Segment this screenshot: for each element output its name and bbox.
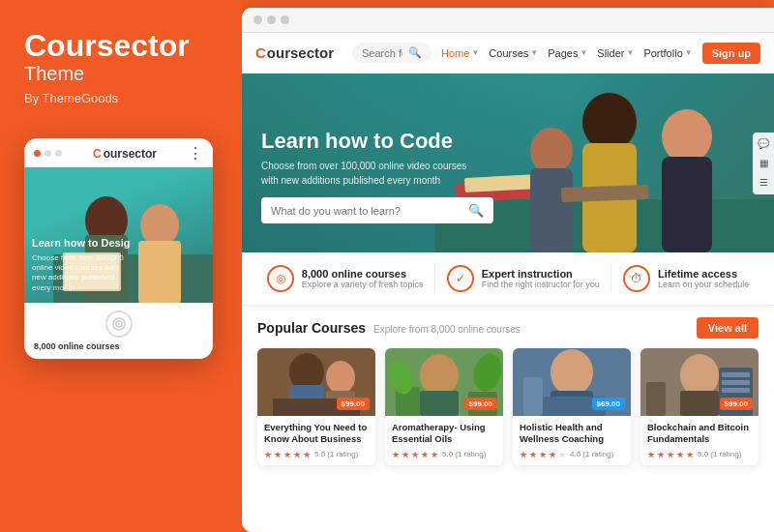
- stat-instruction-title: Expert instruction: [482, 268, 600, 280]
- hero-sidebar-icons: 💬 ▦ ☰: [753, 133, 774, 194]
- nav-link-home[interactable]: Home ▼: [441, 47, 479, 59]
- svg-point-34: [551, 349, 593, 396]
- star-2: ★: [657, 450, 665, 459]
- star-3: ★: [283, 450, 291, 459]
- nav-link-pages[interactable]: Pages ▼: [548, 47, 587, 59]
- brand-by: By ThemeGoods: [24, 91, 218, 105]
- hero-search-icon[interactable]: 🔍: [468, 203, 484, 218]
- course-info-3: Holistic Health and Wellness Coaching ★ …: [513, 416, 631, 465]
- hero-title: Learn how to Code: [261, 129, 493, 154]
- nav-link-portfolio[interactable]: Portfolio ▼: [643, 47, 692, 59]
- slider-arrow-icon: ▼: [626, 48, 634, 57]
- mobile-hero-subtitle: Choose from over 100,000 online video co…: [32, 253, 129, 294]
- mobile-logo: C oursector: [93, 147, 157, 161]
- view-all-button[interactable]: View all: [697, 317, 759, 339]
- home-arrow-icon: ▼: [471, 48, 479, 57]
- stat-instruction-text: Expert instruction Find the right instru…: [482, 268, 600, 289]
- star-2: ★: [529, 450, 537, 459]
- stat-courses-text: 8,000 online courses Explore a variety o…: [302, 268, 424, 289]
- svg-rect-18: [530, 168, 573, 252]
- browser-dots: [253, 15, 289, 24]
- popular-courses-section: Popular Courses Explore from 8,000 onlin…: [242, 306, 774, 532]
- course-info-4: Blockchain and Bitcoin Fundamentals ★ ★ …: [640, 416, 759, 465]
- mobile-hero: Learn how to Desig Choose from over 100,…: [24, 167, 213, 303]
- sidebar-icon-menu[interactable]: ☰: [756, 175, 771, 191]
- star-1: ★: [647, 450, 655, 459]
- stats-bar: ◎ 8,000 online courses Explore a variety…: [242, 252, 774, 306]
- svg-point-3: [140, 204, 179, 247]
- browser-dot-3: [281, 15, 289, 24]
- star-5: ★: [303, 450, 311, 459]
- course-card-1[interactable]: $99.00 Everything You Need to Know About…: [257, 348, 375, 465]
- instruction-icon: ✓: [447, 265, 474, 292]
- course-price-3: $69.00: [592, 398, 625, 410]
- svg-rect-4: [138, 241, 181, 303]
- svg-rect-37: [523, 377, 543, 416]
- svg-rect-44: [722, 388, 750, 393]
- browser-chrome: [242, 8, 774, 33]
- courses-icon: ◎: [267, 265, 294, 292]
- nav-logo-text: oursector: [267, 44, 334, 61]
- course-info-1: Everything You Need to Know About Busine…: [257, 416, 375, 465]
- sidebar-icon-grid[interactable]: ▦: [756, 156, 771, 171]
- nav-search[interactable]: 🔍: [352, 43, 432, 63]
- star-2: ★: [274, 450, 282, 459]
- mobile-dot-2: [45, 150, 51, 157]
- course-card-3[interactable]: $69.00 Holistic Health and Wellness Coac…: [513, 348, 631, 465]
- course-title-3: Holistic Health and Wellness Coaching: [520, 422, 624, 446]
- svg-rect-43: [722, 380, 750, 385]
- nav-links: Home ▼ Courses ▼ Pages ▼ Slider ▼ Portfo…: [441, 43, 760, 64]
- signup-button[interactable]: Sign up: [702, 43, 760, 64]
- course-card-4[interactable]: $99.00 Blockchain and Bitcoin Fundamenta…: [640, 348, 759, 465]
- course-rating-4: ★ ★ ★ ★ ★ 5.0 (1 rating): [647, 450, 752, 459]
- hero-search-input[interactable]: [271, 205, 461, 217]
- svg-point-27: [420, 354, 459, 397]
- circle-target-icon: [111, 316, 127, 332]
- mobile-menu-icon[interactable]: ⋮: [188, 144, 203, 163]
- rating-count-4: 5.0 (1 rating): [698, 450, 741, 458]
- course-img-4: $99.00: [640, 348, 759, 416]
- star-4: ★: [676, 450, 684, 459]
- mobile-dot-1: [34, 150, 41, 157]
- nav-link-slider[interactable]: Slider ▼: [597, 47, 634, 59]
- stat-instruction-desc: Find the right instructor for you: [482, 280, 600, 289]
- search-icon: 🔍: [408, 46, 422, 59]
- mobile-mockup: C oursector ⋮ Learn how to: [24, 138, 213, 359]
- access-icon: ⏱: [623, 265, 650, 292]
- browser-dot-2: [267, 15, 276, 24]
- svg-point-23: [326, 361, 355, 394]
- sidebar-icon-chat[interactable]: 💬: [756, 136, 771, 152]
- courses-grid: $99.00 Everything You Need to Know About…: [257, 348, 759, 465]
- stat-courses-desc: Explore a variety of fresh topics: [302, 280, 424, 289]
- right-panel: C oursector 🔍 Home ▼ Courses ▼ Pages ▼ S…: [242, 8, 774, 532]
- course-price-4: $99.00: [720, 398, 753, 410]
- nav-link-courses[interactable]: Courses ▼: [489, 47, 538, 59]
- svg-rect-28: [420, 391, 459, 416]
- stat-courses-title: 8,000 online courses: [302, 268, 424, 280]
- svg-point-17: [530, 128, 573, 174]
- course-title-1: Everything You Need to Know About Busine…: [264, 422, 369, 446]
- rating-count-2: 5.0 (1 rating): [442, 450, 486, 458]
- stat-access: ⏱ Lifetime access Learn on your schedule: [623, 265, 749, 292]
- star-3: ★: [539, 450, 547, 459]
- course-rating-1: ★ ★ ★ ★ ★ 5.0 (1 rating): [264, 450, 369, 459]
- course-title-2: Aromatherapy- Using Essential Oils: [392, 422, 496, 446]
- stat-access-text: Lifetime access Learn on your schedule: [658, 268, 749, 289]
- course-img-3: $69.00: [513, 348, 631, 416]
- search-input[interactable]: [362, 47, 402, 59]
- svg-rect-19: [561, 185, 648, 202]
- stat-access-desc: Learn on your schedule: [658, 280, 749, 289]
- browser-dot-1: [253, 15, 262, 24]
- nav-logo: C oursector: [255, 44, 342, 61]
- svg-point-39: [680, 354, 719, 397]
- star-3: ★: [667, 450, 674, 459]
- mobile-dots: [34, 150, 62, 157]
- mobile-logo-c: C: [93, 147, 102, 161]
- svg-rect-40: [680, 391, 719, 416]
- course-title-4: Blockchain and Bitcoin Fundamentals: [647, 422, 752, 446]
- hero-search-bar[interactable]: 🔍: [261, 197, 493, 223]
- star-3: ★: [411, 450, 419, 459]
- course-card-2[interactable]: $99.00 Aromatherapy- Using Essential Oil…: [385, 348, 503, 465]
- course-price-1: $99.00: [337, 398, 370, 410]
- portfolio-arrow-icon: ▼: [685, 48, 693, 57]
